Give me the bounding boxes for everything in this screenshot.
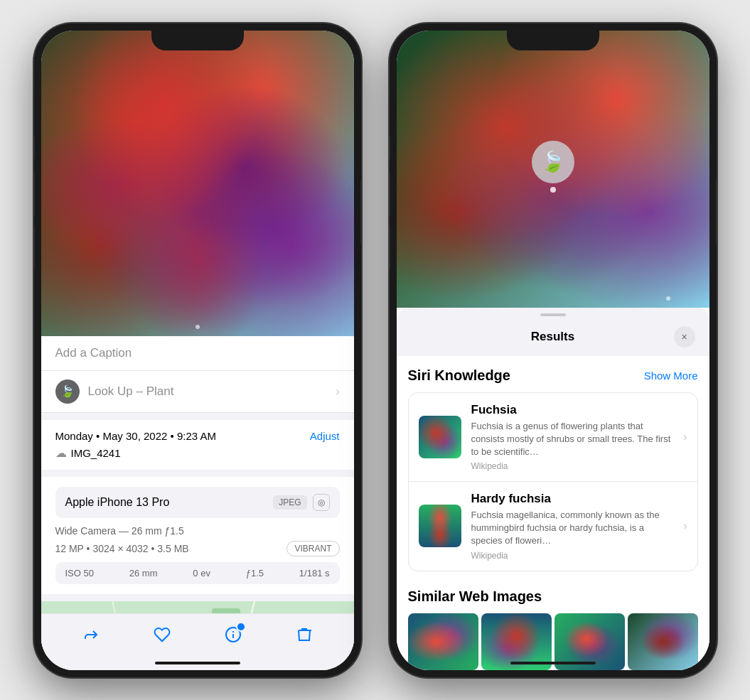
section-header: Siri Knowledge Show More: [408, 367, 698, 384]
mp-info: 12 MP • 3024 × 4032 • 3.5 MB: [55, 543, 189, 554]
delete-button[interactable]: [289, 619, 320, 650]
show-more-button[interactable]: Show More: [644, 370, 698, 382]
meta-date: Monday • May 30, 2022 • 9:23 AM: [55, 430, 216, 442]
camera-specs: Wide Camera — 26 mm ƒ1.5: [55, 525, 340, 537]
home-indicator: [155, 662, 240, 664]
fuchsia-desc: Fuchsia is a genus of flowering plants t…: [471, 420, 674, 459]
mute-button[interactable]: [34, 137, 35, 158]
hardy-thumb-image: [419, 505, 461, 547]
caption-placeholder[interactable]: Add a Caption: [55, 346, 132, 360]
knowledge-card: Fuchsia Fuchsia is a genus of flowering …: [408, 392, 698, 571]
lookup-row[interactable]: 🍃 Look Up – Plant ›: [41, 371, 354, 413]
power-button[interactable]: [360, 180, 361, 244]
hardy-desc: Fuchsia magellanica, commonly known as t…: [471, 509, 674, 548]
volume-down-button[interactable]: [34, 226, 35, 269]
hardy-text: Hardy fuchsia Fuchsia magellanica, commo…: [471, 492, 674, 561]
close-button[interactable]: ×: [674, 326, 695, 348]
location-icon: ◎: [313, 494, 330, 511]
lookup-prefix: Look Up –: [88, 384, 146, 398]
device-name: Apple iPhone 13 Pro: [65, 496, 170, 509]
fuchsia-name: Fuchsia: [471, 403, 674, 417]
notch-2: [507, 31, 599, 50]
vibrant-badge: VIBRANT: [286, 541, 339, 556]
exif-focal: 26 mm: [129, 568, 158, 578]
lookup-icon: 🍃: [55, 379, 80, 404]
results-sheet: Results × Siri Knowledge Show More: [397, 308, 709, 670]
lookup-dot: [550, 187, 556, 193]
flower-photo-2: 🍃: [397, 31, 709, 308]
visual-lookup-bubble: 🍃: [532, 141, 574, 183]
mute-button-2[interactable]: [390, 137, 390, 158]
fuchsia-chevron-icon: ›: [683, 431, 687, 443]
similar-images-title: Similar Web Images: [408, 588, 698, 605]
knowledge-item-hardy[interactable]: Hardy fuchsia Fuchsia magellanica, commo…: [409, 482, 697, 571]
svg-point-10: [232, 631, 234, 632]
phone1-screen: Add a Caption 🍃 Look Up – Plant › Monday: [41, 31, 354, 670]
flower-photo[interactable]: [41, 31, 354, 336]
hardy-name: Hardy fuchsia: [471, 492, 674, 506]
caption-row[interactable]: Add a Caption: [41, 336, 354, 371]
page-indicator-2: [666, 296, 670, 301]
cloud-icon: ☁: [55, 446, 67, 460]
phone-1: Add a Caption 🍃 Look Up – Plant › Monday: [34, 23, 361, 677]
exif-aperture: ƒ1.5: [246, 568, 264, 578]
similar-image-1[interactable]: [408, 613, 478, 670]
fuchsia-thumbnail: [419, 416, 461, 458]
fuchsia-thumb-image: [419, 416, 461, 458]
favorite-button[interactable]: [146, 619, 178, 650]
exif-ev: 0 ev: [193, 568, 210, 578]
device-row: Apple iPhone 13 Pro JPEG ◎: [55, 487, 340, 518]
results-header: Results ×: [397, 319, 709, 356]
phone-2: 🍃 Results ×: [390, 23, 717, 677]
siri-knowledge-section: Siri Knowledge Show More: [397, 356, 709, 577]
notch: [151, 31, 244, 50]
exif-iso: ISO 50: [65, 568, 94, 578]
results-content[interactable]: Siri Knowledge Show More: [397, 356, 709, 670]
share-button[interactable]: [75, 619, 107, 650]
hardy-chevron-icon: ›: [683, 519, 687, 532]
fuchsia-source: Wikipedia: [471, 461, 674, 471]
flower-overlay: [41, 31, 354, 336]
hardy-source: Wikipedia: [471, 551, 674, 561]
device-section: Apple iPhone 13 Pro JPEG ◎ Wide Camera —…: [41, 477, 354, 594]
volume-up-button-2[interactable]: [390, 173, 390, 215]
exif-shutter: 1/181 s: [299, 568, 330, 578]
lookup-subject: Plant: [146, 384, 174, 398]
similar-images-section: Similar Web Images: [397, 577, 709, 670]
format-badge: JPEG: [273, 495, 306, 510]
filename-text: IMG_4241: [71, 447, 121, 459]
volume-down-button-2[interactable]: [390, 226, 390, 269]
lookup-chevron-icon: ›: [336, 385, 339, 398]
info-badge: [236, 622, 246, 632]
hardy-thumbnail: [419, 505, 461, 547]
phone2-screen: 🍃 Results ×: [397, 31, 709, 670]
similar-image-4[interactable]: [628, 613, 698, 670]
siri-knowledge-title: Siri Knowledge: [408, 367, 510, 384]
lookup-label: Look Up – Plant: [88, 384, 174, 399]
page-indicator-dot: [195, 325, 200, 329]
knowledge-item-fuchsia[interactable]: Fuchsia Fuchsia is a genus of flowering …: [409, 393, 697, 483]
metadata-section: Monday • May 30, 2022 • 9:23 AM Adjust ☁…: [41, 420, 354, 470]
adjust-button[interactable]: Adjust: [310, 430, 340, 442]
visual-lookup-button[interactable]: [218, 619, 249, 650]
home-indicator-2: [510, 662, 596, 664]
power-button-2[interactable]: [716, 180, 717, 244]
volume-up-button[interactable]: [34, 173, 35, 215]
exif-row: ISO 50 26 mm 0 ev ƒ1.5 1/181 s: [55, 562, 340, 584]
fuchsia-text: Fuchsia Fuchsia is a genus of flowering …: [471, 403, 674, 472]
sheet-handle: [540, 313, 566, 316]
results-title: Results: [432, 330, 674, 344]
